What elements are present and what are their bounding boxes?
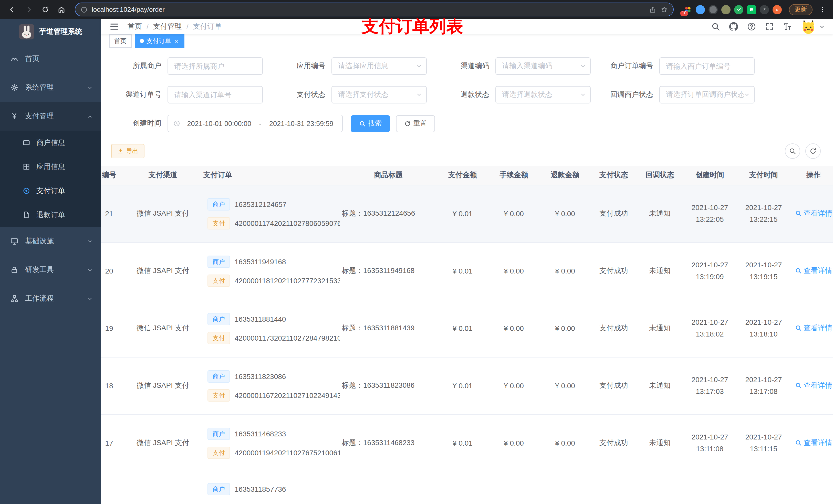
- create-time-range-picker[interactable]: 2021-10-01 00:00:00 - 2021-10-31 23:59:5…: [168, 115, 343, 132]
- view-detail-link[interactable]: 查看详情: [795, 381, 832, 390]
- share-icon[interactable]: [649, 6, 656, 13]
- chrome-update-button[interactable]: 更新: [789, 4, 812, 15]
- bookmark-star-icon[interactable]: [660, 6, 668, 13]
- sidebar-item-dev-tools[interactable]: 研发工具: [0, 256, 101, 284]
- extension-olive-icon[interactable]: [721, 5, 731, 14]
- lock-icon: [10, 266, 19, 274]
- home-icon: [57, 5, 66, 14]
- sidebar-item-infra[interactable]: 基础设施: [0, 227, 101, 256]
- github-icon[interactable]: [729, 22, 738, 31]
- channel-order-no: 4200001181202110277723215336: [235, 276, 340, 285]
- filter-label-channel-order-no: 渠道订单号: [111, 90, 168, 99]
- logo-avatar: [19, 24, 34, 40]
- col-notify: 回调状态: [637, 166, 683, 185]
- extension-pin-icon[interactable]: [760, 5, 769, 14]
- tab-label: 支付订单: [146, 37, 171, 45]
- col-title: 商品标题: [340, 166, 437, 185]
- fullscreen-icon[interactable]: [765, 22, 774, 31]
- dashboard-icon: [10, 55, 19, 63]
- view-detail-link[interactable]: 查看详情: [795, 266, 832, 275]
- sidebar-item-system[interactable]: 系统管理: [0, 73, 101, 102]
- channel-code-select[interactable]: 请输入渠道编码: [495, 57, 591, 75]
- download-icon: [117, 148, 123, 154]
- search-icon: [359, 120, 366, 127]
- user-menu[interactable]: [801, 19, 825, 34]
- sidebar-item-home[interactable]: 首页: [0, 45, 101, 73]
- merchant-tag: 商户: [208, 313, 230, 325]
- header-search-icon[interactable]: [711, 22, 720, 31]
- browser-menu-button[interactable]: [817, 3, 828, 16]
- extension-check-icon[interactable]: [734, 5, 743, 14]
- breadcrumb-pay[interactable]: 支付管理: [153, 22, 182, 31]
- breadcrumb-current: 支付订单: [193, 22, 222, 31]
- merchant-order-no-input[interactable]: [659, 57, 755, 75]
- site-info-icon[interactable]: [80, 6, 88, 13]
- sidebar-item-workflow[interactable]: 工作流程: [0, 284, 101, 313]
- table-row: 21 微信 JSAPI 支付 商户1635312124657 支付4200001…: [101, 185, 833, 242]
- hamburger-icon[interactable]: [109, 22, 119, 32]
- app-title: 芋道管理系统: [39, 27, 82, 37]
- refund-status-select[interactable]: 请选择退款状态: [495, 86, 591, 103]
- help-icon[interactable]: [747, 22, 756, 31]
- pay-status-select[interactable]: 请选择支付状态: [331, 86, 427, 103]
- extension-drop-icon[interactable]: [696, 5, 705, 14]
- font-size-icon[interactable]: [783, 22, 792, 31]
- refresh-table-button[interactable]: [805, 143, 821, 159]
- reset-button[interactable]: 重置: [396, 115, 435, 132]
- filter-label-refund-status: 退款状态: [439, 90, 495, 99]
- screen: localhost:1024/pay/order 10: [0, 0, 833, 504]
- gear-icon: [10, 83, 19, 92]
- browser-back-button[interactable]: [5, 2, 20, 17]
- filter-label-channel-code: 渠道编码: [439, 62, 495, 71]
- extension-ring-icon[interactable]: [709, 5, 718, 14]
- table-row: 19 微信 JSAPI 支付 商户1635311881440 支付4200001…: [101, 299, 833, 357]
- status-badge: 支付成功: [591, 299, 637, 357]
- chevron-down-icon: [87, 238, 93, 244]
- yen-icon: [10, 112, 19, 120]
- export-button[interactable]: 导出: [111, 144, 144, 158]
- status-badge: 支付成功: [591, 414, 637, 472]
- sidebar-logo[interactable]: 芋道管理系统: [0, 19, 101, 45]
- sidebar-item-app-info[interactable]: 应用信息: [0, 155, 101, 179]
- channel-order-no-input[interactable]: [168, 86, 263, 103]
- browser-forward-button[interactable]: [22, 2, 36, 17]
- notify-status-select[interactable]: 请选择订单回调商户状态: [659, 86, 755, 103]
- browser-home-button[interactable]: [54, 2, 69, 17]
- view-detail-link[interactable]: 查看详情: [795, 209, 832, 218]
- search-button[interactable]: 搜索: [351, 115, 390, 132]
- view-detail-link[interactable]: 查看详情: [795, 438, 832, 448]
- chevron-up-icon: [87, 114, 93, 119]
- merchant-select[interactable]: [168, 57, 263, 75]
- address-bar[interactable]: localhost:1024/pay/order: [75, 3, 674, 16]
- close-icon[interactable]: [174, 38, 179, 44]
- channel-order-no: 4200001173202110272847982104: [235, 334, 340, 342]
- filter-label-merchant: 所属商户: [111, 62, 168, 71]
- app-select[interactable]: 请选择应用信息: [331, 57, 427, 75]
- col-order: 支付订单: [201, 166, 340, 185]
- sidebar-item-pay-order[interactable]: 支付订单: [0, 179, 101, 203]
- sidebar-item-label: 商户信息: [37, 138, 65, 147]
- merchant-order-no: 1635312124657: [235, 200, 286, 208]
- sidebar-item-merchant-info[interactable]: 商户信息: [0, 130, 101, 155]
- chevron-down-icon: [416, 92, 422, 98]
- breadcrumb-separator: /: [187, 23, 189, 31]
- view-detail-link[interactable]: 查看详情: [795, 324, 832, 333]
- sidebar-item-pay[interactable]: 支付管理: [0, 102, 101, 130]
- back-arrow-icon: [8, 5, 16, 14]
- pay-tag: 支付: [208, 389, 230, 401]
- sidebar-item-refund-order[interactable]: 退款订单: [0, 203, 101, 227]
- extension-face-icon[interactable]: [772, 5, 782, 14]
- breadcrumb-home[interactable]: 首页: [127, 22, 142, 31]
- table-row: 17 微信 JSAPI 支付 商户1635311468233 支付4200001…: [101, 414, 833, 472]
- tab-pay-order[interactable]: 支付订单: [135, 34, 185, 48]
- merchant-tag: 商户: [208, 427, 230, 440]
- col-actions: 操作: [790, 166, 833, 185]
- channel-order-no: 4200001167202110271022491439: [235, 391, 340, 399]
- sidebar-item-label: 支付订单: [37, 186, 65, 195]
- extension-chat-icon[interactable]: [747, 5, 756, 14]
- date-start: 2021-10-01 00:00:00: [184, 120, 255, 127]
- extension-grid-icon[interactable]: 10: [683, 5, 692, 14]
- browser-reload-button[interactable]: [38, 2, 52, 17]
- tab-home[interactable]: 首页: [109, 34, 132, 48]
- toggle-search-button[interactable]: [785, 143, 800, 159]
